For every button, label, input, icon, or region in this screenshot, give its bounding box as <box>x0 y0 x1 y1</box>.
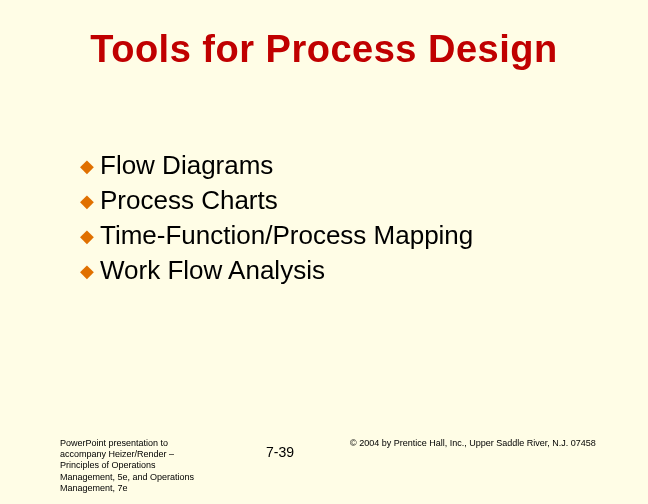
diamond-icon: ◆ <box>80 262 94 280</box>
list-item: ◆ Work Flow Analysis <box>80 255 608 286</box>
bullet-text: Work Flow Analysis <box>100 255 325 286</box>
bullet-text: Process Charts <box>100 185 278 216</box>
slide-title: Tools for Process Design <box>0 28 648 71</box>
slide: Tools for Process Design ◆ Flow Diagrams… <box>0 0 648 504</box>
diamond-icon: ◆ <box>80 227 94 245</box>
list-item: ◆ Flow Diagrams <box>80 150 608 181</box>
list-item: ◆ Time-Function/Process Mapping <box>80 220 608 251</box>
list-item: ◆ Process Charts <box>80 185 608 216</box>
bullet-list: ◆ Flow Diagrams ◆ Process Charts ◆ Time-… <box>80 150 608 290</box>
bullet-text: Time-Function/Process Mapping <box>100 220 473 251</box>
diamond-icon: ◆ <box>80 157 94 175</box>
footer: PowerPoint presentation to accompany Hei… <box>0 438 648 494</box>
bullet-text: Flow Diagrams <box>100 150 273 181</box>
footer-page-number: 7-39 <box>220 438 340 462</box>
diamond-icon: ◆ <box>80 192 94 210</box>
footer-copyright: © 2004 by Prentice Hall, Inc., Upper Sad… <box>340 438 648 449</box>
footer-left: PowerPoint presentation to accompany Hei… <box>0 438 220 494</box>
